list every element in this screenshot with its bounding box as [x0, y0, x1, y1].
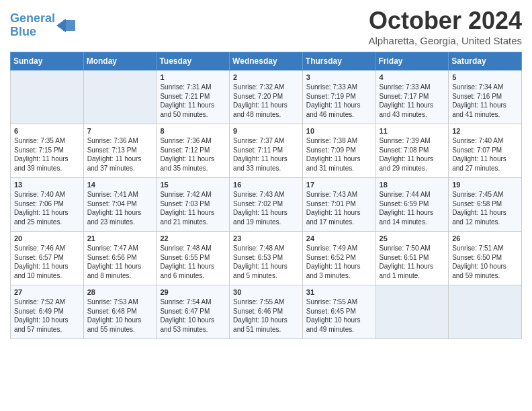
cell-content: Sunrise: 7:50 AMSunset: 6:51 PMDaylight:… — [380, 244, 445, 280]
day-number: 26 — [452, 234, 518, 242]
day-number: 2 — [233, 73, 299, 81]
day-number: 27 — [14, 288, 80, 296]
calendar-cell: 28Sunrise: 7:53 AMSunset: 6:48 PMDayligh… — [83, 285, 157, 339]
calendar-cell: 25Sunrise: 7:50 AMSunset: 6:51 PMDayligh… — [375, 232, 449, 285]
calendar-cell — [83, 71, 157, 124]
calendar-header-row: SundayMondayTuesdayWednesdayThursdayFrid… — [11, 52, 522, 71]
day-number: 30 — [233, 288, 299, 296]
day-number: 3 — [306, 73, 372, 81]
calendar-cell: 4Sunrise: 7:33 AMSunset: 7:17 PMDaylight… — [375, 71, 449, 124]
month-title: October 2024 — [369, 7, 522, 35]
calendar-cell: 23Sunrise: 7:48 AMSunset: 6:53 PMDayligh… — [230, 232, 303, 285]
calendar-cell — [449, 285, 522, 339]
logo: General Blue — [10, 12, 75, 39]
calendar-cell: 12Sunrise: 7:40 AMSunset: 7:07 PMDayligh… — [449, 124, 522, 178]
cell-content: Sunrise: 7:46 AMSunset: 6:57 PMDaylight:… — [14, 244, 80, 280]
cell-content: Sunrise: 7:52 AMSunset: 6:49 PMDaylight:… — [14, 298, 80, 334]
day-number: 19 — [452, 181, 518, 189]
calendar-table: SundayMondayTuesdayWednesdayThursdayFrid… — [10, 52, 522, 339]
calendar-cell: 2Sunrise: 7:32 AMSunset: 7:20 PMDaylight… — [230, 71, 303, 124]
logo-icon — [56, 16, 75, 35]
cell-content: Sunrise: 7:36 AMSunset: 7:12 PMDaylight:… — [160, 136, 226, 173]
weekday-header: Tuesday — [157, 52, 230, 71]
cell-content: Sunrise: 7:48 AMSunset: 6:53 PMDaylight:… — [233, 244, 299, 280]
cell-content: Sunrise: 7:40 AMSunset: 7:07 PMDaylight:… — [452, 136, 518, 173]
calendar-cell: 14Sunrise: 7:41 AMSunset: 7:04 PMDayligh… — [83, 178, 157, 232]
cell-content: Sunrise: 7:43 AMSunset: 7:01 PMDaylight:… — [306, 190, 372, 226]
calendar-cell: 15Sunrise: 7:42 AMSunset: 7:03 PMDayligh… — [157, 178, 230, 232]
cell-content: Sunrise: 7:55 AMSunset: 6:45 PMDaylight:… — [306, 298, 372, 334]
weekday-header: Wednesday — [230, 52, 303, 71]
calendar-cell: 18Sunrise: 7:44 AMSunset: 6:59 PMDayligh… — [375, 178, 449, 232]
cell-content: Sunrise: 7:45 AMSunset: 6:58 PMDaylight:… — [452, 190, 518, 226]
cell-content: Sunrise: 7:43 AMSunset: 7:02 PMDaylight:… — [233, 190, 299, 226]
day-number: 1 — [160, 73, 226, 81]
weekday-header: Friday — [375, 52, 449, 71]
logo-general: General — [10, 11, 55, 25]
cell-content: Sunrise: 7:55 AMSunset: 6:46 PMDaylight:… — [233, 298, 299, 334]
calendar-cell: 8Sunrise: 7:36 AMSunset: 7:12 PMDaylight… — [157, 124, 230, 178]
day-number: 8 — [160, 127, 226, 135]
calendar-cell: 16Sunrise: 7:43 AMSunset: 7:02 PMDayligh… — [230, 178, 303, 232]
day-number: 20 — [14, 234, 80, 242]
calendar-cell: 17Sunrise: 7:43 AMSunset: 7:01 PMDayligh… — [302, 178, 375, 232]
day-number: 12 — [452, 127, 518, 135]
day-number: 29 — [160, 288, 226, 296]
cell-content: Sunrise: 7:44 AMSunset: 6:59 PMDaylight:… — [380, 190, 445, 226]
cell-content: Sunrise: 7:42 AMSunset: 7:03 PMDaylight:… — [160, 190, 226, 226]
weekday-header: Monday — [83, 52, 157, 71]
calendar-cell — [11, 71, 84, 124]
calendar-cell: 19Sunrise: 7:45 AMSunset: 6:58 PMDayligh… — [449, 178, 522, 232]
day-number: 23 — [233, 234, 299, 242]
day-number: 9 — [233, 127, 299, 135]
day-number: 5 — [452, 73, 518, 81]
day-number: 7 — [87, 127, 153, 135]
day-number: 15 — [160, 181, 226, 189]
location-title: Alpharetta, Georgia, United States — [369, 35, 522, 46]
cell-content: Sunrise: 7:38 AMSunset: 7:09 PMDaylight:… — [306, 136, 372, 173]
title-block: October 2024 Alpharetta, Georgia, United… — [369, 7, 522, 46]
day-number: 11 — [380, 127, 445, 135]
calendar-cell: 7Sunrise: 7:36 AMSunset: 7:13 PMDaylight… — [83, 124, 157, 178]
day-number: 10 — [306, 127, 372, 135]
calendar-cell: 21Sunrise: 7:47 AMSunset: 6:56 PMDayligh… — [83, 232, 157, 285]
day-number: 14 — [87, 181, 153, 189]
calendar-week-row: 27Sunrise: 7:52 AMSunset: 6:49 PMDayligh… — [11, 285, 522, 339]
cell-content: Sunrise: 7:48 AMSunset: 6:55 PMDaylight:… — [160, 244, 226, 280]
calendar-cell: 6Sunrise: 7:35 AMSunset: 7:15 PMDaylight… — [11, 124, 84, 178]
weekday-header: Sunday — [11, 52, 84, 71]
calendar-cell: 24Sunrise: 7:49 AMSunset: 6:52 PMDayligh… — [302, 232, 375, 285]
calendar-cell: 26Sunrise: 7:51 AMSunset: 6:50 PMDayligh… — [449, 232, 522, 285]
calendar-cell: 20Sunrise: 7:46 AMSunset: 6:57 PMDayligh… — [11, 232, 84, 285]
cell-content: Sunrise: 7:36 AMSunset: 7:13 PMDaylight:… — [87, 136, 153, 173]
day-number: 25 — [380, 234, 445, 242]
day-number: 28 — [87, 288, 153, 296]
day-number: 21 — [87, 234, 153, 242]
calendar-cell: 31Sunrise: 7:55 AMSunset: 6:45 PMDayligh… — [302, 285, 375, 339]
cell-content: Sunrise: 7:34 AMSunset: 7:16 PMDaylight:… — [452, 83, 518, 119]
calendar-cell: 13Sunrise: 7:40 AMSunset: 7:06 PMDayligh… — [11, 178, 84, 232]
day-number: 17 — [306, 181, 372, 189]
weekday-header: Saturday — [449, 52, 522, 71]
cell-content: Sunrise: 7:53 AMSunset: 6:48 PMDaylight:… — [87, 298, 153, 334]
cell-content: Sunrise: 7:37 AMSunset: 7:11 PMDaylight:… — [233, 136, 299, 173]
cell-content: Sunrise: 7:33 AMSunset: 7:19 PMDaylight:… — [306, 83, 372, 119]
cell-content: Sunrise: 7:33 AMSunset: 7:17 PMDaylight:… — [380, 83, 445, 119]
calendar-cell: 9Sunrise: 7:37 AMSunset: 7:11 PMDaylight… — [230, 124, 303, 178]
weekday-header: Thursday — [302, 52, 375, 71]
calendar-cell: 29Sunrise: 7:54 AMSunset: 6:47 PMDayligh… — [157, 285, 230, 339]
calendar-cell — [375, 285, 449, 339]
day-number: 4 — [380, 73, 445, 81]
day-number: 13 — [14, 181, 80, 189]
day-number: 31 — [306, 288, 372, 296]
calendar-cell: 22Sunrise: 7:48 AMSunset: 6:55 PMDayligh… — [157, 232, 230, 285]
calendar-cell: 27Sunrise: 7:52 AMSunset: 6:49 PMDayligh… — [11, 285, 84, 339]
page-header: General Blue October 2024 Alpharetta, Ge… — [10, 7, 522, 46]
cell-content: Sunrise: 7:31 AMSunset: 7:21 PMDaylight:… — [160, 83, 226, 119]
calendar-cell: 11Sunrise: 7:39 AMSunset: 7:08 PMDayligh… — [375, 124, 449, 178]
calendar-week-row: 6Sunrise: 7:35 AMSunset: 7:15 PMDaylight… — [11, 124, 522, 178]
calendar-week-row: 1Sunrise: 7:31 AMSunset: 7:21 PMDaylight… — [11, 71, 522, 124]
cell-content: Sunrise: 7:35 AMSunset: 7:15 PMDaylight:… — [14, 136, 80, 173]
day-number: 18 — [380, 181, 445, 189]
calendar-cell: 30Sunrise: 7:55 AMSunset: 6:46 PMDayligh… — [230, 285, 303, 339]
